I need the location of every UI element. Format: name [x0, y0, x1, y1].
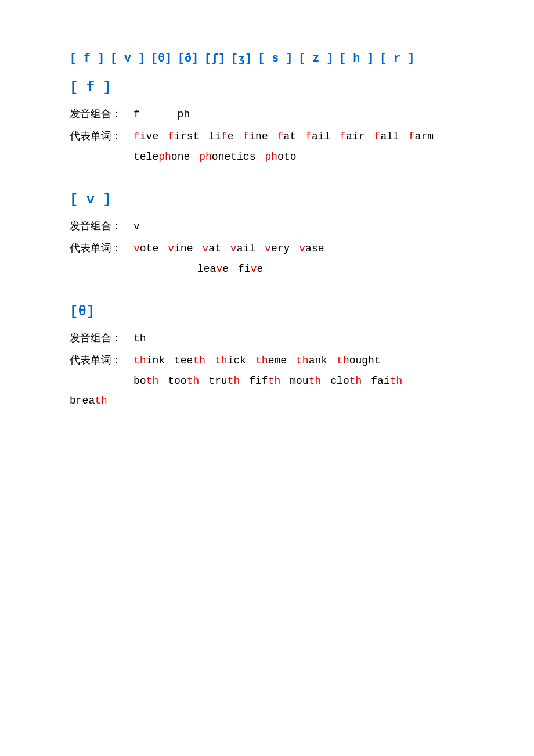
section-f: [ f ] 发音组合： f ph 代表单词： five first life f… — [70, 80, 464, 163]
nav-sh[interactable]: [ʃ] — [204, 51, 225, 66]
word-phonetics: phonetics — [199, 151, 255, 163]
theta-combo-value: th — [134, 333, 146, 344]
word-farm: farm — [409, 131, 434, 142]
theta-words-label: 代表单词： — [70, 353, 134, 367]
section-theta: [θ] 发音组合： th 代表单词： think teeth thick the… — [70, 304, 464, 406]
theta-words-line1: think teeth thick theme thank thought — [134, 355, 381, 366]
word-very: very — [265, 243, 290, 254]
theta-combo-label: 发音组合： — [70, 331, 134, 345]
phoneme-v-header: [ v ] — [70, 192, 464, 207]
word-teeth: teeth — [174, 355, 205, 366]
word-vote: vote — [134, 243, 158, 254]
word-breath: breath — [70, 395, 107, 406]
word-thank: thank — [296, 355, 327, 366]
f-words-line2: telephone phonetics photo — [134, 151, 464, 163]
f-combo-value: f ph — [134, 109, 190, 120]
theta-words-line2: both tooth truth fifth mouth cloth faith — [134, 375, 464, 387]
nav-theta[interactable]: [θ] — [151, 52, 172, 65]
nav-zh[interactable]: [ʒ] — [231, 51, 252, 66]
word-think: think — [134, 355, 165, 366]
v-combo-value: v — [134, 221, 140, 232]
f-combo-row: 发音组合： f ph — [70, 107, 464, 121]
word-vat: vat — [202, 243, 221, 254]
f-words-label: 代表单词： — [70, 129, 134, 143]
f-words-row1: 代表单词： five first life fine fat fail fair… — [70, 129, 464, 143]
word-photo: photo — [265, 151, 296, 163]
word-telephone: telephone — [134, 151, 190, 163]
word-theme: theme — [255, 355, 287, 366]
word-truth: truth — [208, 375, 240, 387]
word-fall: fall — [374, 131, 399, 142]
word-mouth: mouth — [290, 375, 321, 387]
word-five: five — [134, 131, 158, 142]
phoneme-f-header: [ f ] — [70, 80, 464, 95]
v-words-label: 代表单词： — [70, 241, 134, 255]
word-fail: fail — [305, 131, 330, 142]
section-v: [ v ] 发音组合： v 代表单词： vote vine vat vail v… — [70, 192, 464, 275]
word-fine: fine — [243, 131, 268, 142]
nav-f[interactable]: [ f ] — [70, 52, 104, 65]
word-thick: thick — [215, 355, 246, 366]
v-words-line1: vote vine vat vail very vase — [134, 243, 324, 254]
nav-v[interactable]: [ v ] — [110, 52, 145, 65]
word-life: life — [208, 131, 233, 142]
word-cloth: cloth — [330, 375, 362, 387]
word-five2: five — [238, 263, 263, 275]
word-faith: faith — [371, 375, 402, 387]
theta-words-row1: 代表单词： think teeth thick theme thank thou… — [70, 353, 464, 367]
v-words-line2: leave five — [197, 263, 464, 275]
phoneme-theta-header: [θ] — [70, 304, 464, 319]
page-container: [ f ] [ v ] [θ] [ð] [ʃ] [ʒ] [ s ] [ z ] … — [70, 51, 464, 406]
word-first: first — [168, 131, 199, 142]
word-fifth: fifth — [249, 375, 280, 387]
f-combo-label: 发音组合： — [70, 107, 134, 121]
nav-r[interactable]: [ r ] — [380, 52, 414, 65]
word-fair: fair — [340, 131, 365, 142]
word-leave: leave — [197, 263, 229, 275]
nav-h[interactable]: [ h ] — [339, 52, 374, 65]
v-combo-label: 发音组合： — [70, 219, 134, 233]
word-both: both — [134, 375, 158, 387]
word-thought: thought — [337, 355, 381, 366]
word-vine: vine — [168, 243, 193, 254]
v-words-row1: 代表单词： vote vine vat vail very vase — [70, 241, 464, 255]
nav-eth[interactable]: [ð] — [178, 52, 199, 65]
nav-z[interactable]: [ z ] — [298, 52, 333, 65]
word-tooth: tooth — [168, 375, 199, 387]
v-combo-row: 发音组合： v — [70, 219, 464, 233]
word-vase: vase — [299, 243, 324, 254]
word-fat: fat — [277, 131, 296, 142]
word-vail: vail — [230, 243, 255, 254]
nav-s[interactable]: [ s ] — [258, 52, 293, 65]
f-words-line1: five first life fine fat fail fair fall … — [134, 131, 434, 142]
theta-combo-row: 发音组合： th — [70, 331, 464, 345]
theta-words-row3: breath — [70, 395, 464, 406]
phoneme-nav: [ f ] [ v ] [θ] [ð] [ʃ] [ʒ] [ s ] [ z ] … — [70, 51, 464, 66]
